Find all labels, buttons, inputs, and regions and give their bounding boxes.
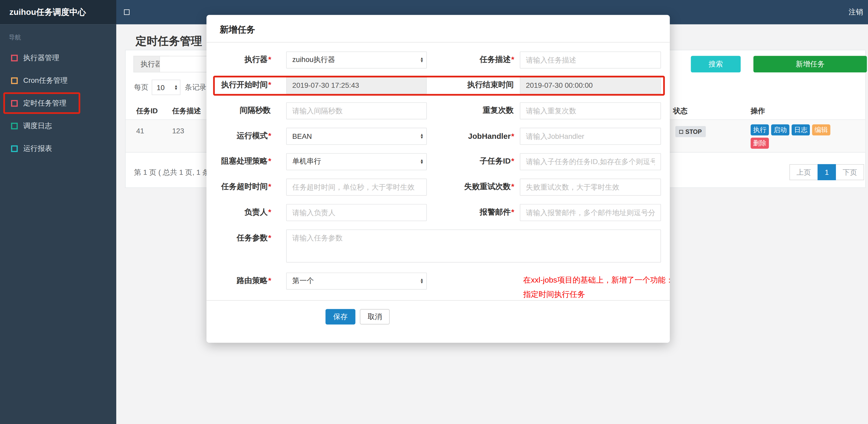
child-task-id-label: 子任务ID* [427,157,514,166]
sidebar-item-label: 定时任务管理 [23,98,66,108]
required-asterisk: * [268,55,271,64]
required-asterisk: * [511,207,514,216]
select-caret-icon: ▴▾ [421,57,423,63]
app-brand: zuihou任务调度中心 [0,0,116,24]
row-action-buttons: 执行 启动 日志 编辑 删除 [751,125,834,149]
square-outline-icon [11,55,18,61]
block-strategy-label: 阻塞处理策略* [220,157,271,166]
route-strategy-label: 路由策略* [220,276,271,286]
status-stop-badge: STOP [675,126,706,137]
required-asterisk: * [511,157,514,165]
retry-count-input[interactable] [520,178,661,196]
field-label-text: 任务参数 [237,233,268,242]
save-button[interactable]: 保存 [326,309,355,325]
required-asterisk: * [268,207,271,216]
feature-note-line1: 在xxl-jobs项目的基础上，新增了一个功能： [523,272,670,287]
pagination-next[interactable]: 下页 [835,164,864,180]
task-params-textarea[interactable] [286,229,661,263]
owner-input[interactable] [286,204,427,221]
form-row: 负责人* 报警邮件* [207,199,670,225]
execute-button[interactable]: 执行 [751,125,769,135]
per-page-prefix-label: 每页 [134,80,148,95]
form-row: 运行模式* BEAN ▴▾ JobHandler* [207,123,670,149]
cell-task-id: 41 [136,126,144,136]
modal-footer: 保存 取消 [207,300,670,325]
per-page-select[interactable]: 10 ▴▾ [152,80,180,95]
interval-seconds-input[interactable] [286,102,427,119]
sidebar-item-scheduled-task[interactable]: 定时任务管理 [0,92,116,114]
select-value: zuihou执行器 [292,55,335,65]
select-caret-icon: ▴▾ [421,278,423,284]
sidebar-item-label: 运行报表 [23,143,52,153]
field-label-text: 阻塞处理策略 [221,157,268,165]
pagination-prev[interactable]: 上页 [789,164,818,180]
required-asterisk: * [511,55,514,64]
form-row: 执行开始时间* 2019-07-30 17:25:43 执行结束时间 2019-… [207,72,670,98]
end-time-label: 执行结束时间 [427,80,514,90]
executor-select[interactable]: zuihou执行器 ▴▾ [286,51,427,68]
required-asterisk: * [511,182,514,191]
select-value: 单机串行 [292,157,321,166]
square-outline-icon [11,122,18,129]
per-page-value: 10 [157,83,165,91]
modal-header: 新增任务 [207,15,670,42]
page-title: 定时任务管理 [135,34,202,48]
modal-title: 新增任务 [220,25,255,34]
jobhandler-input[interactable] [520,127,661,144]
stop-square-icon [679,130,683,134]
interval-seconds-label: 间隔秒数 [220,105,271,116]
log-button[interactable]: 日志 [792,125,810,135]
modal-body: 执行器* zuihou执行器 ▴▾ 任务描述* 执行开始时间* 2019-07-… [207,42,670,325]
edit-button[interactable]: 编辑 [812,125,830,135]
required-asterisk: * [268,80,271,89]
add-task-button[interactable]: 新增任务 [753,56,867,72]
form-row: 间隔秒数 重复次数 [207,98,670,124]
cancel-button[interactable]: 取消 [360,309,390,325]
form-row: 任务超时时间* 失败重试次数* [207,174,670,200]
sidebar-item-run-report[interactable]: 运行报表 [0,137,116,160]
delete-button[interactable]: 删除 [751,138,769,149]
logout-link[interactable]: 注销 [849,0,863,24]
block-strategy-select[interactable]: 单机串行 ▴▾ [286,153,427,170]
select-value: BEAN [292,132,312,140]
task-desc-label: 任务描述* [427,55,514,65]
required-asterisk: * [268,276,271,285]
select-caret-icon: ▴▾ [421,159,423,164]
timeout-input[interactable] [286,178,427,196]
col-header-status: 状态 [673,103,687,120]
alarm-email-input[interactable] [520,204,661,221]
sidebar-toggle-icon[interactable] [124,9,129,15]
sidebar-item-cron-task[interactable]: Cron任务管理 [0,69,116,92]
owner-label: 负责人* [220,207,271,217]
required-asterisk: * [268,182,271,191]
repeat-count-label: 重复次数 [427,105,514,116]
end-time-input[interactable]: 2019-07-30 00:00:00 [520,76,661,94]
square-outline-icon [11,77,18,84]
executor-label: 执行器* [220,55,271,65]
sidebar-item-executor-management[interactable]: 执行器管理 [0,46,116,69]
required-asterisk: * [268,157,271,165]
search-button[interactable]: 搜索 [691,56,741,72]
run-mode-label: 运行模式* [220,131,271,141]
field-label-text: 任务超时时间 [221,182,268,191]
feature-note-line2: 指定时间执行任务 [523,287,670,301]
sidebar-nav: 导航 执行器管理 Cron任务管理 定时任务管理 调度日志 运行报表 [0,24,116,424]
field-label-text: 重复次数 [483,105,514,114]
start-time-input[interactable]: 2019-07-30 17:25:43 [286,76,427,94]
cell-task-desc: 123 [172,126,184,136]
start-button[interactable]: 启动 [771,125,789,135]
run-mode-select[interactable]: BEAN ▴▾ [286,127,427,144]
child-task-id-input[interactable] [520,153,661,170]
form-row: 任务参数* [207,225,670,268]
route-strategy-select[interactable]: 第一个 ▴▾ [286,272,427,289]
field-label-text: 执行结束时间 [467,80,514,89]
pagination-page-1[interactable]: 1 [818,164,836,180]
col-header-actions: 操作 [751,103,765,120]
alarm-email-label: 报警邮件* [427,207,514,217]
task-desc-input[interactable] [520,51,661,68]
field-label-text: 子任务ID [479,157,510,165]
sidebar-item-schedule-log[interactable]: 调度日志 [0,114,116,137]
pagination: 上页 1 下页 [790,164,864,180]
repeat-count-input[interactable] [520,102,661,119]
required-asterisk: * [268,233,271,242]
